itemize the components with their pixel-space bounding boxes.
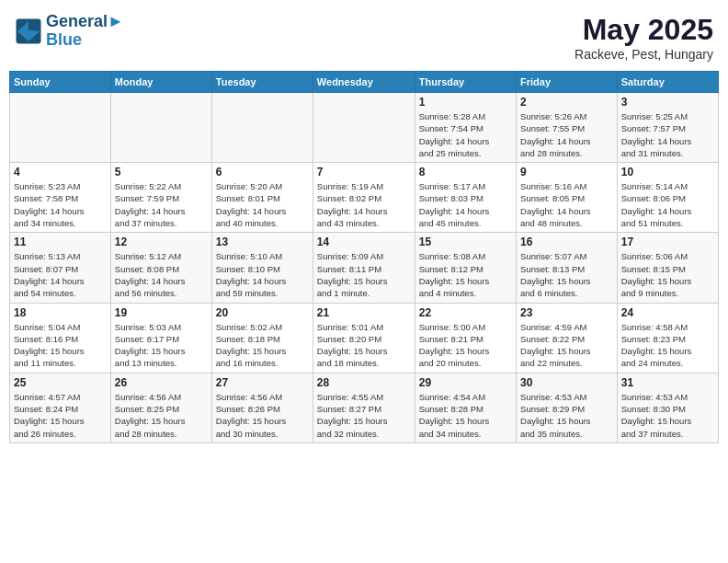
- day-info: Sunrise: 5:08 AMSunset: 8:12 PMDaylight:…: [419, 250, 512, 299]
- day-number: 28: [317, 376, 411, 389]
- weekday-header: Saturday: [617, 72, 718, 93]
- calendar-cell: 19Sunrise: 5:03 AMSunset: 8:17 PMDayligh…: [110, 303, 211, 373]
- calendar-cell: 9Sunrise: 5:16 AMSunset: 8:05 PMDaylight…: [517, 163, 618, 233]
- weekday-header: Sunday: [10, 72, 111, 93]
- day-number: 4: [14, 166, 107, 178]
- calendar-cell: 3Sunrise: 5:25 AMSunset: 7:57 PMDaylight…: [617, 93, 718, 163]
- calendar-cell: 30Sunrise: 4:53 AMSunset: 8:29 PMDayligh…: [517, 373, 618, 442]
- day-number: 26: [115, 376, 208, 389]
- day-info: Sunrise: 4:53 AMSunset: 8:30 PMDaylight:…: [621, 391, 714, 440]
- calendar-cell: 17Sunrise: 5:06 AMSunset: 8:15 PMDayligh…: [617, 233, 718, 303]
- calendar-week: 25Sunrise: 4:57 AMSunset: 8:24 PMDayligh…: [10, 373, 719, 442]
- calendar-cell: 23Sunrise: 4:59 AMSunset: 8:22 PMDayligh…: [517, 303, 618, 373]
- calendar-cell: 27Sunrise: 4:56 AMSunset: 8:26 PMDayligh…: [211, 373, 313, 442]
- calendar-cell: [110, 93, 211, 163]
- day-number: 5: [115, 166, 208, 178]
- calendar-cell: [211, 93, 313, 163]
- weekday-header: Wednesday: [313, 72, 415, 93]
- day-number: 24: [621, 306, 714, 319]
- day-number: 1: [419, 96, 512, 109]
- day-info: Sunrise: 5:22 AMSunset: 7:59 PMDaylight:…: [115, 180, 208, 229]
- day-number: 15: [419, 236, 512, 248]
- weekday-header: Thursday: [415, 72, 516, 93]
- day-number: 17: [621, 236, 714, 248]
- calendar-cell: 31Sunrise: 4:53 AMSunset: 8:30 PMDayligh…: [617, 373, 718, 442]
- day-number: 9: [520, 166, 613, 178]
- day-info: Sunrise: 4:55 AMSunset: 8:27 PMDaylight:…: [317, 391, 411, 440]
- title-block: May 2025 Rackeve, Pest, Hungary: [574, 13, 713, 62]
- day-number: 7: [317, 166, 411, 178]
- day-number: 3: [621, 96, 714, 109]
- calendar-cell: 6Sunrise: 5:20 AMSunset: 8:01 PMDaylight…: [211, 163, 313, 233]
- day-info: Sunrise: 4:54 AMSunset: 8:28 PMDaylight:…: [419, 391, 512, 440]
- day-number: 20: [216, 306, 309, 319]
- calendar-cell: 13Sunrise: 5:10 AMSunset: 8:10 PMDayligh…: [211, 233, 313, 303]
- day-info: Sunrise: 5:02 AMSunset: 8:18 PMDaylight:…: [216, 321, 309, 370]
- day-info: Sunrise: 5:20 AMSunset: 8:01 PMDaylight:…: [216, 180, 309, 229]
- calendar-cell: 7Sunrise: 5:19 AMSunset: 8:02 PMDaylight…: [313, 163, 415, 233]
- day-number: 31: [621, 376, 714, 389]
- calendar-cell: 15Sunrise: 5:08 AMSunset: 8:12 PMDayligh…: [415, 233, 516, 303]
- day-number: 19: [115, 306, 208, 319]
- weekday-header: Tuesday: [211, 72, 313, 93]
- day-info: Sunrise: 5:14 AMSunset: 8:06 PMDaylight:…: [621, 180, 714, 229]
- day-info: Sunrise: 5:28 AMSunset: 7:54 PMDaylight:…: [419, 110, 512, 159]
- weekday-header: Monday: [110, 72, 211, 93]
- day-info: Sunrise: 5:23 AMSunset: 7:58 PMDaylight:…: [14, 180, 107, 229]
- day-number: 18: [14, 306, 107, 319]
- calendar-cell: 18Sunrise: 5:04 AMSunset: 8:16 PMDayligh…: [10, 303, 111, 373]
- month-title: May 2025: [574, 13, 713, 47]
- day-info: Sunrise: 5:25 AMSunset: 7:57 PMDaylight:…: [621, 110, 714, 159]
- day-number: 16: [520, 236, 613, 248]
- day-number: 22: [419, 306, 512, 319]
- calendar-cell: 26Sunrise: 4:56 AMSunset: 8:25 PMDayligh…: [110, 373, 211, 442]
- calendar-cell: 24Sunrise: 4:58 AMSunset: 8:23 PMDayligh…: [617, 303, 718, 373]
- day-number: 11: [14, 236, 107, 248]
- day-info: Sunrise: 5:26 AMSunset: 7:55 PMDaylight:…: [520, 110, 613, 159]
- day-info: Sunrise: 4:53 AMSunset: 8:29 PMDaylight:…: [520, 391, 613, 440]
- logo-icon: [15, 17, 42, 45]
- day-info: Sunrise: 4:57 AMSunset: 8:24 PMDaylight:…: [14, 391, 107, 440]
- calendar-week: 4Sunrise: 5:23 AMSunset: 7:58 PMDaylight…: [10, 163, 719, 233]
- day-info: Sunrise: 5:07 AMSunset: 8:13 PMDaylight:…: [520, 250, 613, 299]
- day-number: 12: [115, 236, 208, 248]
- page-header: General► Blue May 2025 Rackeve, Pest, Hu…: [9, 9, 719, 65]
- day-info: Sunrise: 5:03 AMSunset: 8:17 PMDaylight:…: [115, 321, 208, 370]
- calendar-cell: [10, 93, 111, 163]
- weekday-header: Friday: [517, 72, 618, 93]
- day-info: Sunrise: 4:56 AMSunset: 8:25 PMDaylight:…: [115, 391, 208, 440]
- calendar-cell: [313, 93, 415, 163]
- calendar-cell: 2Sunrise: 5:26 AMSunset: 7:55 PMDaylight…: [517, 93, 618, 163]
- calendar-cell: 22Sunrise: 5:00 AMSunset: 8:21 PMDayligh…: [415, 303, 516, 373]
- day-number: 29: [419, 376, 512, 389]
- day-info: Sunrise: 5:16 AMSunset: 8:05 PMDaylight:…: [520, 180, 613, 229]
- calendar-week: 18Sunrise: 5:04 AMSunset: 8:16 PMDayligh…: [10, 303, 719, 373]
- calendar-cell: 14Sunrise: 5:09 AMSunset: 8:11 PMDayligh…: [313, 233, 415, 303]
- logo: General► Blue: [15, 13, 124, 50]
- calendar-cell: 11Sunrise: 5:13 AMSunset: 8:07 PMDayligh…: [10, 233, 111, 303]
- day-info: Sunrise: 5:19 AMSunset: 8:02 PMDaylight:…: [317, 180, 411, 229]
- day-number: 2: [520, 96, 613, 109]
- day-info: Sunrise: 5:10 AMSunset: 8:10 PMDaylight:…: [216, 250, 309, 299]
- calendar-cell: 25Sunrise: 4:57 AMSunset: 8:24 PMDayligh…: [10, 373, 111, 442]
- calendar-cell: 1Sunrise: 5:28 AMSunset: 7:54 PMDaylight…: [415, 93, 516, 163]
- calendar-cell: 29Sunrise: 4:54 AMSunset: 8:28 PMDayligh…: [415, 373, 516, 442]
- calendar-cell: 16Sunrise: 5:07 AMSunset: 8:13 PMDayligh…: [517, 233, 618, 303]
- day-info: Sunrise: 5:06 AMSunset: 8:15 PMDaylight:…: [621, 250, 714, 299]
- day-info: Sunrise: 5:04 AMSunset: 8:16 PMDaylight:…: [14, 321, 107, 370]
- day-number: 10: [621, 166, 714, 178]
- calendar-cell: 12Sunrise: 5:12 AMSunset: 8:08 PMDayligh…: [110, 233, 211, 303]
- calendar-week: 11Sunrise: 5:13 AMSunset: 8:07 PMDayligh…: [10, 233, 719, 303]
- calendar-cell: 10Sunrise: 5:14 AMSunset: 8:06 PMDayligh…: [617, 163, 718, 233]
- day-number: 8: [419, 166, 512, 178]
- calendar-cell: 20Sunrise: 5:02 AMSunset: 8:18 PMDayligh…: [211, 303, 313, 373]
- calendar-cell: 21Sunrise: 5:01 AMSunset: 8:20 PMDayligh…: [313, 303, 415, 373]
- calendar-week: 1Sunrise: 5:28 AMSunset: 7:54 PMDaylight…: [10, 93, 719, 163]
- day-number: 6: [216, 166, 309, 178]
- logo-text: General► Blue: [46, 13, 124, 50]
- day-info: Sunrise: 4:58 AMSunset: 8:23 PMDaylight:…: [621, 321, 714, 370]
- day-number: 21: [317, 306, 411, 319]
- calendar-header: SundayMondayTuesdayWednesdayThursdayFrid…: [10, 72, 719, 93]
- day-info: Sunrise: 5:17 AMSunset: 8:03 PMDaylight:…: [419, 180, 512, 229]
- day-number: 14: [317, 236, 411, 248]
